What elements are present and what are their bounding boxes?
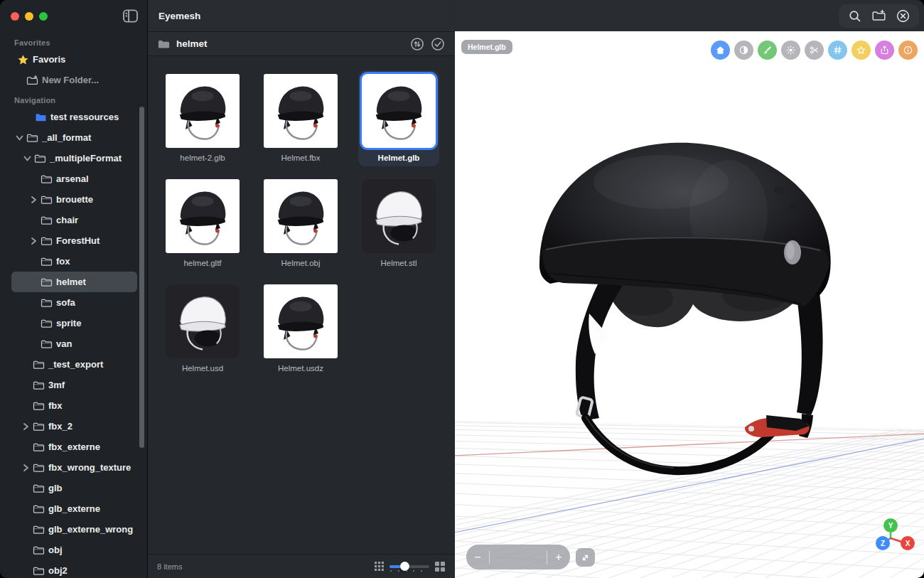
- star-icon: [17, 54, 29, 65]
- close-window-button[interactable]: [896, 9, 910, 23]
- file-item-helmet-fbx[interactable]: Helmet.fbx: [260, 70, 341, 166]
- sidebar-item-label: fbx: [48, 400, 63, 411]
- sidebar-item-chair[interactable]: chair: [11, 210, 137, 230]
- clip-tool-button[interactable]: [805, 41, 824, 60]
- sidebar-item-van[interactable]: van: [11, 333, 137, 354]
- search-icon: [847, 9, 862, 23]
- zoom-window-button[interactable]: [39, 12, 48, 21]
- sidebar-item-obj[interactable]: obj: [11, 540, 137, 560]
- sidebar-item-foresthut[interactable]: ForestHut: [11, 230, 137, 251]
- file-item-helmet-2-glb[interactable]: helmet-2.glb: [162, 70, 243, 166]
- favorite-tool-button[interactable]: [852, 41, 871, 60]
- folder-icon: [157, 38, 171, 50]
- sidebar-toggle-button[interactable]: [122, 9, 139, 23]
- thumbnail-size-slider[interactable]: [390, 562, 429, 572]
- eyemesh-window: FavoritesFavorisNew Folder...Navigationt…: [0, 0, 924, 578]
- grid-small-icon[interactable]: [375, 562, 384, 571]
- sidebar-item-label: chair: [56, 215, 78, 225]
- sidebar-item-label: glb_externe: [48, 503, 100, 514]
- folder-icon: [33, 421, 45, 432]
- viewport-toolbar: [711, 41, 918, 60]
- contrast-tool-button[interactable]: [734, 41, 753, 60]
- minimize-window-button[interactable]: [25, 12, 33, 21]
- sidebar-item-glb[interactable]: glb: [11, 478, 137, 498]
- sidebar-navigation: FavoritesFavorisNew Folder...Navigationt…: [0, 31, 147, 578]
- axis-gizmo[interactable]: Y Z X: [876, 518, 915, 550]
- sidebar-item-new-folder[interactable]: New Folder...: [11, 70, 137, 90]
- materials-icon: [761, 44, 773, 56]
- export-tool-button[interactable]: [875, 41, 894, 60]
- helmet-thumbnail-image: [166, 74, 240, 148]
- 3d-canvas[interactable]: Y Z X Helmet.glb − +: [455, 31, 924, 578]
- file-name: helmet.gltf: [166, 259, 240, 267]
- sidebar-item-3mf[interactable]: 3mf: [11, 375, 137, 395]
- sidebar-item-glb-externe-wrong[interactable]: glb_externe_wrong: [11, 519, 137, 540]
- file-item-helmet-usdz[interactable]: Helmet.usdz: [260, 281, 341, 377]
- select-button[interactable]: [431, 37, 445, 51]
- sidebar-item-fbx-wrong-texture[interactable]: fbx_wrong_texture: [11, 457, 137, 478]
- file-item-helmet-gltf[interactable]: helmet.gltf: [162, 176, 243, 272]
- sort-button[interactable]: [410, 37, 424, 51]
- sidebar-item-arsenal[interactable]: arsenal: [11, 168, 137, 189]
- chevron-down-icon[interactable]: [16, 134, 23, 141]
- sidebar-item-label: glb_externe_wrong: [48, 524, 133, 535]
- zoom-in-button[interactable]: +: [547, 551, 570, 564]
- file-name: Helmet.usd: [166, 364, 240, 373]
- file-item-helmet-glb[interactable]: Helmet.glb: [358, 70, 439, 166]
- sidebar-item-brouette[interactable]: brouette: [11, 189, 137, 210]
- add-folder-icon: [871, 9, 886, 23]
- sidebar-item-test-export[interactable]: _test_export: [11, 354, 137, 375]
- folder-filled-icon: [35, 112, 47, 123]
- sidebar-item-helmet[interactable]: helmet: [11, 272, 137, 292]
- home-tool-button[interactable]: [711, 41, 730, 60]
- sidebar-scrollbar[interactable]: [139, 107, 144, 448]
- sidebar-item-label: fbx_2: [48, 421, 72, 432]
- light-tool-button[interactable]: [781, 41, 800, 60]
- sidebar-item-test-ressources[interactable]: test ressources: [11, 107, 137, 127]
- folder-icon: [26, 132, 38, 144]
- file-item-helmet-usd[interactable]: Helmet.usd: [162, 281, 243, 377]
- sidebar-item-sprite[interactable]: sprite: [11, 313, 137, 333]
- file-item-helmet-stl[interactable]: Helmet.stl: [358, 176, 439, 272]
- chevron-right-icon[interactable]: [23, 422, 29, 430]
- 3d-scene[interactable]: Y Z X: [455, 31, 924, 578]
- search-button[interactable]: [847, 9, 862, 23]
- app-title: Eyemesh: [159, 11, 200, 21]
- chevron-right-icon[interactable]: [23, 464, 29, 471]
- zoom-out-button[interactable]: −: [466, 551, 489, 564]
- sidebar-item-label: fbx_externe: [48, 441, 100, 452]
- sidebar-item-all-format[interactable]: _all_format: [11, 127, 137, 148]
- sidebar-item-label: van: [56, 338, 72, 349]
- folder-icon: [41, 235, 53, 247]
- sidebar-item-sofa[interactable]: sofa: [11, 292, 137, 313]
- close-window-button[interactable]: [11, 12, 19, 21]
- sidebar-item-favoris[interactable]: Favoris: [11, 49, 137, 70]
- file-item-helmet-obj[interactable]: Helmet.obj: [260, 176, 341, 272]
- sidebar-item-fbx-2[interactable]: fbx_2: [11, 416, 137, 437]
- folder-icon: [41, 194, 53, 205]
- grid-big-icon[interactable]: [435, 562, 445, 572]
- helmet-thumbnail-image: [362, 179, 436, 253]
- chevron-right-icon[interactable]: [31, 237, 37, 245]
- gizmo-x-label: X: [906, 540, 910, 547]
- file-thumbnail: [362, 179, 436, 253]
- sidebar-item-multipleformat[interactable]: _multipleFormat: [11, 148, 137, 168]
- fullscreen-button[interactable]: [576, 548, 595, 567]
- sidebar-item-fbx[interactable]: fbx: [11, 395, 137, 416]
- helmet-thumbnail-image: [264, 179, 338, 253]
- chevron-right-icon[interactable]: [31, 196, 37, 203]
- sidebar-item-fbx-externe[interactable]: fbx_externe: [11, 437, 137, 457]
- helmet-3d-model[interactable]: [539, 143, 831, 471]
- sidebar-item-fox[interactable]: fox: [11, 251, 137, 272]
- materials-tool-button[interactable]: [758, 41, 777, 60]
- sidebar-item-label: sprite: [56, 318, 81, 328]
- chevron-down-icon[interactable]: [24, 154, 31, 162]
- file-thumbnail: [166, 74, 240, 148]
- sidebar-item-glb-externe[interactable]: glb_externe: [11, 498, 137, 519]
- info-tool-button[interactable]: [898, 41, 918, 60]
- add-folder-button[interactable]: [871, 9, 886, 23]
- sidebar-item-obj2[interactable]: obj2: [11, 560, 137, 578]
- sidebar-section-title: Favorites: [14, 38, 147, 47]
- items-count: 8 items: [157, 562, 182, 571]
- grid-tool-button[interactable]: [828, 41, 847, 60]
